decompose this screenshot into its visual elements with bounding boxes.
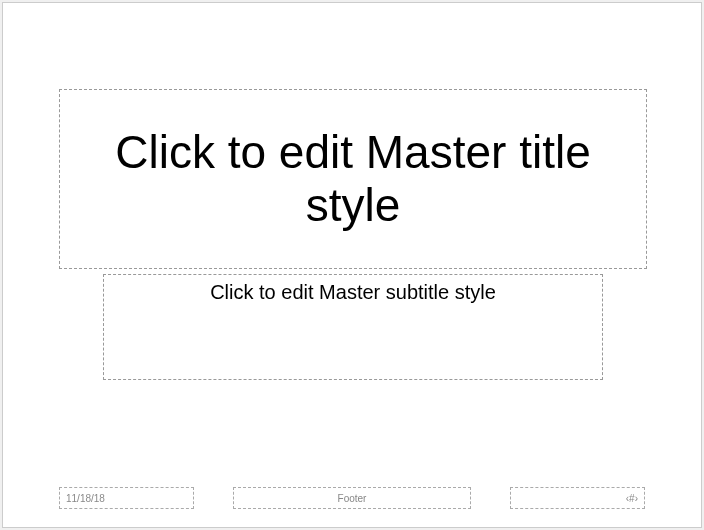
- title-placeholder[interactable]: Click to edit Master title style: [59, 89, 647, 269]
- footer-date-text: 11/18/18: [66, 493, 105, 504]
- footer-page-placeholder[interactable]: ‹#›: [510, 487, 645, 509]
- footer-row: 11/18/18 Footer ‹#›: [59, 487, 645, 509]
- footer-page-text: ‹#›: [626, 493, 638, 504]
- subtitle-placeholder[interactable]: Click to edit Master subtitle style: [103, 274, 603, 380]
- subtitle-text: Click to edit Master subtitle style: [110, 281, 596, 304]
- title-text: Click to edit Master title style: [68, 126, 638, 232]
- footer-center-text: Footer: [338, 493, 367, 504]
- footer-center-placeholder[interactable]: Footer: [233, 487, 471, 509]
- footer-date-placeholder[interactable]: 11/18/18: [59, 487, 194, 509]
- slide-master-canvas: Click to edit Master title style Click t…: [2, 2, 702, 528]
